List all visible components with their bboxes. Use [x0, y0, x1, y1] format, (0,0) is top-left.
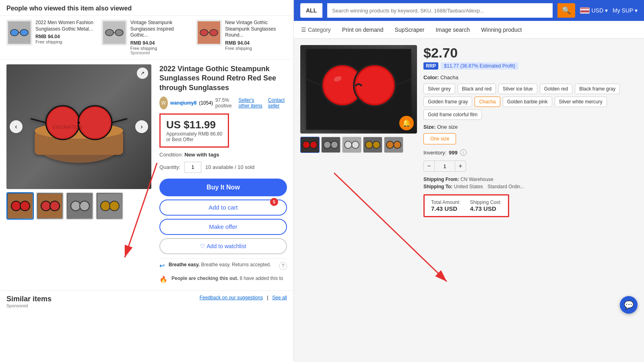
- currency-chevron-icon: ▾: [605, 7, 608, 14]
- sup-thumb-1[interactable]: [300, 137, 320, 153]
- notification-button[interactable]: 🔔: [399, 116, 414, 130]
- subnav-category[interactable]: ☰ Category: [300, 21, 332, 39]
- related-items-row: 2022 Men Women Fashion Sunglasses Gothic…: [0, 16, 293, 60]
- subnav-print-on-demand[interactable]: Print on demand: [341, 21, 384, 39]
- make-offer-button[interactable]: Make offer: [159, 219, 287, 235]
- shipping-type: Standard Ordin...: [487, 184, 524, 189]
- ebay-listing-panel: People who viewed this item also viewed …: [0, 0, 294, 362]
- returns-help-icon[interactable]: ?: [279, 262, 287, 270]
- sup-thumb-4-inner: [363, 137, 382, 152]
- sup-search-button[interactable]: 🔍: [557, 3, 575, 18]
- thumbnail-2[interactable]: [36, 192, 64, 220]
- my-sup-button[interactable]: My SUP ▾: [613, 7, 638, 14]
- inventory-label: Inventory:: [423, 150, 446, 156]
- svg-point-51: [345, 141, 352, 148]
- color-golden-barbie-pink[interactable]: Golden barbie pink: [503, 97, 552, 107]
- related-item-2-sponsored: Sponsored: [130, 51, 192, 55]
- thumbnail-1[interactable]: [6, 192, 34, 220]
- sup-thumb-3[interactable]: [342, 137, 361, 153]
- related-item-2-info: Vintage Steampunk Sunglasses Inspired Go…: [130, 20, 192, 55]
- color-silver-white-mercury[interactable]: Silver white mercury: [555, 97, 607, 107]
- color-black-frame-gray[interactable]: Black frame gray: [575, 84, 620, 94]
- color-chacha[interactable]: Chacha: [475, 97, 500, 107]
- sup-search-input[interactable]: [327, 3, 553, 18]
- seller-name[interactable]: wanqiumy8: [170, 100, 196, 106]
- color-silver-grey[interactable]: Silver grey: [423, 84, 455, 94]
- svg-point-55: [373, 141, 380, 148]
- sup-thumb-5[interactable]: [384, 137, 403, 153]
- quantity-decrease-button[interactable]: −: [423, 160, 435, 172]
- similar-items-links: Feedback on our suggestions | See all: [200, 295, 287, 300]
- contact-seller-link[interactable]: Contact seller: [268, 97, 287, 109]
- related-item-2[interactable]: Vintage Steampunk Sunglasses Inspired Go…: [101, 20, 192, 55]
- color-black-and-red[interactable]: Black and red: [458, 84, 496, 94]
- svg-point-23: [11, 201, 21, 211]
- checking-bold: People are checking this out.: [171, 276, 238, 281]
- thumbnail-3-inner: [67, 193, 93, 219]
- quantity-increase-button[interactable]: +: [455, 160, 466, 172]
- color-options: Silver grey Black and red Silver ice blu…: [423, 84, 638, 120]
- size-options: One size: [423, 133, 638, 144]
- seller-reviews: (1054): [199, 100, 213, 106]
- bell-icon: 🔔: [402, 119, 411, 128]
- size-label: Size:: [423, 124, 437, 130]
- my-sup-label: My SUP: [613, 7, 633, 14]
- inventory-value: 999: [449, 150, 458, 156]
- similar-items-section: Similar items Sponsored Feedback on our …: [0, 290, 293, 314]
- related-item-1[interactable]: 2022 Men Women Fashion Sunglasses Gothic…: [6, 20, 97, 55]
- sup-main-product-image: 🔔: [300, 45, 417, 134]
- buy-it-now-button[interactable]: Buy It Now: [159, 179, 287, 196]
- add-to-cart-button[interactable]: Add to cart 5: [159, 200, 287, 216]
- thumbnail-1-inner: [7, 193, 33, 219]
- total-amount-label: Total Amount:: [431, 200, 460, 205]
- quantity-input[interactable]: [184, 162, 201, 173]
- similar-divider: |: [267, 295, 268, 300]
- svg-point-45: [303, 141, 310, 148]
- seller-other-items-link[interactable]: Seller's other items: [238, 97, 264, 109]
- related-item-1-image: [6, 20, 32, 45]
- cart-badge: 5: [270, 198, 278, 206]
- sup-thumb-3-inner: [343, 137, 361, 152]
- inventory-info-icon[interactable]: i: [460, 149, 466, 156]
- related-item-3[interactable]: New Vintage Gothic Steampunk Sunglasses …: [196, 20, 287, 55]
- sup-thumb-4[interactable]: [363, 137, 382, 153]
- color-label-row: Color: Chacha: [423, 74, 638, 80]
- prev-image-button[interactable]: ‹: [10, 120, 23, 133]
- feedback-link[interactable]: Feedback on our suggestions: [200, 295, 263, 300]
- subnav-supscraper[interactable]: SupScraper: [394, 21, 425, 39]
- related-item-1-price: RMB 94.04: [35, 34, 97, 39]
- sup-product-price: $2.70: [423, 45, 638, 61]
- subnav-winning-product[interactable]: Winning product: [480, 21, 522, 39]
- color-golden-frame-gray[interactable]: Golden frame gray: [423, 97, 472, 107]
- svg-point-5: [105, 29, 114, 36]
- thumbnail-3[interactable]: [66, 192, 93, 220]
- thumbnail-4[interactable]: [96, 192, 123, 220]
- svg-point-1: [10, 29, 19, 36]
- checking-text: People are checking this out. 8 have add…: [171, 276, 283, 281]
- color-gold-frame-colorful-film[interactable]: Gold frame colorful film: [423, 109, 482, 120]
- svg-point-57: [386, 141, 394, 148]
- color-silver-ice-blue[interactable]: Silver ice blue: [498, 84, 537, 94]
- add-to-watchlist-button[interactable]: ♡ Add to watchlist: [159, 238, 287, 254]
- svg-point-46: [310, 141, 317, 148]
- sup-main-content: 🔔: [294, 39, 644, 224]
- subnav-scraper-label: SupScraper: [395, 27, 425, 33]
- chat-button[interactable]: 💬: [620, 296, 638, 314]
- total-box: Total Amount: 7.43 USD Shipping Cost: 4.…: [423, 194, 509, 217]
- price-best: or Best Offer: [166, 137, 222, 142]
- subnav-image-search[interactable]: Image search: [435, 21, 471, 39]
- size-one-size[interactable]: One size: [423, 133, 456, 144]
- sup-all-button[interactable]: ALL: [300, 3, 322, 18]
- expand-image-button[interactable]: ↗: [137, 68, 148, 79]
- shipping-cost-column: Shipping Cost: 4.73 USD: [470, 200, 502, 212]
- subnav-category-label: Category: [308, 27, 331, 33]
- shipping-to-label: Shipping To:: [423, 184, 454, 189]
- sup-thumb-1-inner: [301, 137, 319, 152]
- color-golden-red[interactable]: Golden red: [540, 84, 572, 94]
- sup-thumb-2[interactable]: [321, 137, 341, 153]
- next-image-button[interactable]: ›: [135, 120, 148, 133]
- listing-title: 2022 Vintage Gothic Steampunk Sunglasses…: [159, 64, 287, 93]
- returns-row: ↩ Breathe easy. Breathe easy. Returns ac…: [159, 258, 287, 273]
- see-all-link[interactable]: See all: [272, 295, 287, 300]
- currency-selector[interactable]: USD ▾: [580, 7, 608, 14]
